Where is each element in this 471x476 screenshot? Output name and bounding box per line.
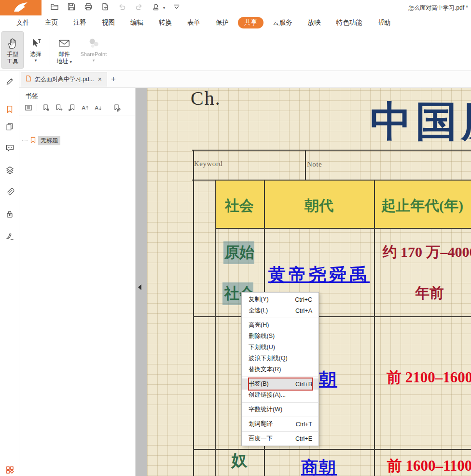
menu-item-label: 创建链接(A)... (249, 391, 286, 399)
rename-bookmark-icon[interactable] (112, 103, 121, 112)
menu-tab-protect[interactable]: 保护 (208, 17, 236, 28)
save-button[interactable] (66, 2, 77, 13)
sharepoint-dropdown-caret-icon: ▾ (93, 58, 95, 63)
panel-menu-icon[interactable] (24, 103, 33, 112)
stamp-dropdown-caret-icon[interactable]: ▾ (163, 6, 165, 10)
pdf-file-icon (26, 75, 31, 84)
menu-item-highlight[interactable]: 高亮(H) (242, 320, 319, 331)
cell-society-line1[interactable]: 原始 (215, 242, 264, 263)
menu-item-bookmark[interactable]: 书签(B)Ctrl+B (242, 378, 319, 390)
menu-tab-help[interactable]: 帮助 (370, 17, 399, 28)
cell-years-line2[interactable]: 年前 (374, 283, 471, 303)
undo-button[interactable] (117, 2, 127, 13)
menu-item-replace-text[interactable]: 替换文本(R) (242, 364, 319, 375)
menu-item-squiggly-underline[interactable]: 波浪下划线(Q) (242, 353, 319, 364)
menu-item-strikethrough[interactable]: 删除线(S) (242, 331, 319, 342)
sharepoint-icon (87, 35, 100, 51)
menu-item-select-all[interactable]: 全选(L)Ctrl+A (242, 305, 319, 316)
context-menu: 复制(Y)Ctrl+C 全选(L)Ctrl+A 高亮(H) 删除线(S) 下划线… (241, 292, 319, 446)
undo-icon (118, 2, 126, 13)
customize-toolbar-button[interactable] (171, 2, 182, 13)
delete-bookmark-icon[interactable] (41, 103, 50, 112)
signature-panel-icon[interactable] (5, 231, 14, 241)
tab-close-icon[interactable]: × (97, 75, 102, 83)
svg-text:A: A (82, 105, 85, 111)
collapse-left-icon (138, 284, 142, 293)
collapse-bookmarks-icon[interactable]: A (93, 103, 102, 112)
cell-dynasty-link-3[interactable]: 商朝 (264, 456, 374, 476)
table-top-rule (192, 150, 471, 151)
menu-separator (242, 431, 318, 432)
menu-tab-share[interactable]: 共享 (238, 17, 263, 28)
attachments-panel-icon[interactable] (5, 187, 14, 197)
bookmark-tree-item[interactable]: 无标题 (22, 136, 60, 145)
menu-tab-cloud[interactable]: 云服务 (265, 17, 300, 28)
layers-panel-icon[interactable] (5, 165, 14, 175)
table-v-line-3 (374, 180, 375, 476)
menu-tab-form[interactable]: 表单 (180, 17, 208, 28)
edit-pen-icon[interactable] (5, 76, 14, 86)
export-button[interactable] (100, 2, 111, 13)
redo-icon (135, 2, 143, 13)
mail-dropdown-caret-icon[interactable]: ▾ (69, 59, 72, 64)
menu-separator (242, 417, 318, 417)
redo-button[interactable] (134, 2, 144, 13)
cell-years-row2[interactable]: 前 2100–1600 (374, 367, 471, 388)
cell-dynasty-link-1[interactable]: 黄帝尧舜禹 (264, 263, 374, 287)
open-file-button[interactable] (49, 2, 60, 13)
hand-tool-button[interactable]: 手型工具 (1, 31, 24, 69)
bookmarks-panel-icon[interactable] (5, 104, 14, 114)
panel-divider (19, 115, 135, 115)
document-viewport: Ch. 中国历 Keyword Note 社会 朝代 起止年代(年) (136, 88, 471, 476)
navigation-icon-strip (0, 71, 19, 476)
header-years[interactable]: 起止年代(年) (374, 196, 471, 216)
menu-item-underline[interactable]: 下划线(U) (242, 342, 319, 353)
envelope-icon (58, 35, 70, 51)
security-panel-icon[interactable] (5, 209, 14, 219)
fox-logo-icon (13, 1, 28, 14)
print-button[interactable] (83, 2, 94, 13)
menu-tab-edit[interactable]: 编辑 (123, 17, 151, 28)
app-logo[interactable] (0, 0, 42, 15)
select-dropdown-caret-icon[interactable]: ▾ (35, 58, 37, 63)
customize-chevron-icon (172, 2, 181, 13)
menu-item-baidu-search[interactable]: 百度一下Ctrl+E (242, 433, 319, 444)
menu-tab-comment[interactable]: 注释 (66, 17, 94, 28)
select-tool-button[interactable]: 选择 ▾ (25, 31, 47, 69)
tree-connector (22, 140, 28, 141)
header-dynasty[interactable]: 朝代 (264, 196, 374, 216)
mail-address-button[interactable]: 邮件地址 ▾ (53, 31, 75, 69)
menu-item-copy[interactable]: 复制(Y)Ctrl+C (242, 294, 319, 305)
document-tab-title: 怎么面对高中学习.pd... (35, 75, 94, 84)
menu-tab-features[interactable]: 特色功能 (329, 17, 370, 28)
pages-panel-icon[interactable] (5, 122, 14, 131)
menu-item-label: 复制(Y) (249, 295, 269, 304)
bookmark-item-label: 无标题 (38, 136, 60, 145)
menu-tab-present[interactable]: 放映 (300, 17, 329, 28)
menu-tab-view[interactable]: 视图 (94, 17, 123, 28)
menu-item-word-count[interactable]: 字数统计(W) (242, 404, 319, 415)
dashboard-grid-icon[interactable] (5, 465, 14, 475)
cell-years-row3[interactable]: 前 1600–1100 (374, 456, 471, 476)
stamp-tool-button[interactable] (151, 2, 161, 13)
menu-item-translate[interactable]: 划词翻译Ctrl+T (242, 419, 319, 430)
menu-tab-home[interactable]: 主页 (37, 17, 66, 28)
document-tab-active[interactable]: 怎么面对高中学习.pd... × (21, 72, 107, 86)
panel-collapse-handle[interactable] (137, 284, 143, 293)
header-bottom-rule (215, 228, 471, 229)
menu-tab-convert[interactable]: 转换 (151, 17, 180, 28)
menu-tab-file[interactable]: 文件 (9, 17, 37, 28)
menu-item-label: 划词翻译 (249, 420, 273, 428)
menu-item-shortcut: Ctrl+B (295, 381, 312, 388)
comments-panel-icon[interactable] (5, 143, 14, 153)
menu-item-label: 高亮(H) (249, 321, 269, 329)
menu-item-create-link[interactable]: 创建链接(A)... (242, 390, 319, 401)
new-tab-button[interactable]: + (107, 73, 120, 85)
add-bookmark-icon[interactable] (54, 103, 63, 112)
cell-society-row3[interactable]: 奴 (215, 450, 264, 472)
page-title[interactable]: 中国历 (370, 94, 471, 150)
header-society[interactable]: 社会 (215, 196, 264, 216)
set-destination-icon[interactable] (67, 103, 76, 112)
expand-bookmarks-icon[interactable]: A (80, 103, 89, 112)
cell-years-line1[interactable]: 约 170 万–4000 (374, 242, 471, 262)
